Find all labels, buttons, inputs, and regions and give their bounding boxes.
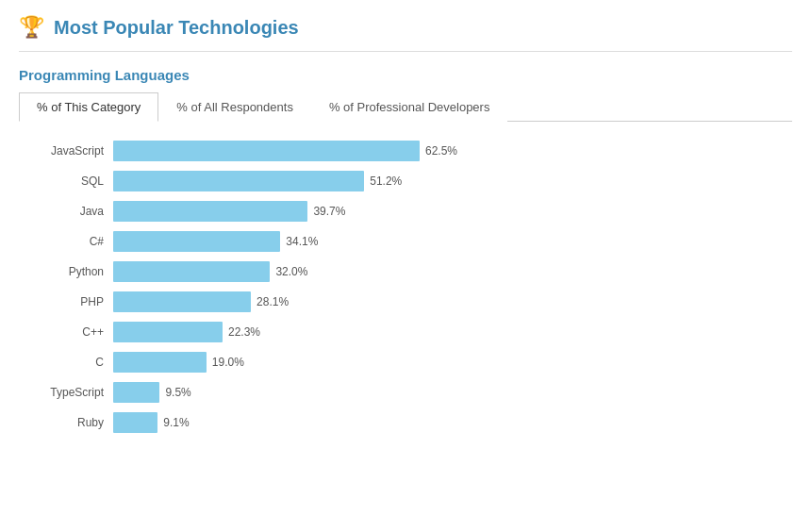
bar-value-label: 39.7% xyxy=(313,205,345,218)
bar-container: 32.0% xyxy=(113,261,792,282)
bar-row: C++22.3% xyxy=(28,322,792,342)
tab-category[interactable]: % of This Category xyxy=(19,92,158,122)
bar-container: 28.1% xyxy=(113,291,792,312)
trophy-icon: 🏆 xyxy=(19,15,44,40)
bar-value-label: 34.1% xyxy=(286,235,318,248)
bar-fill xyxy=(113,291,251,312)
bar-label: PHP xyxy=(28,295,113,308)
bar-label: C++ xyxy=(28,325,113,339)
bar-label: C xyxy=(28,356,113,369)
bar-row: C19.0% xyxy=(28,352,792,373)
bar-fill xyxy=(113,412,157,433)
bar-value-label: 51.2% xyxy=(370,175,402,188)
page-header: 🏆 Most Popular Technologies xyxy=(19,15,792,52)
bar-row: SQL51.2% xyxy=(28,171,792,191)
bar-container: 9.5% xyxy=(113,382,792,403)
bar-row: JavaScript62.5% xyxy=(28,141,792,161)
bar-label: TypeScript xyxy=(28,386,113,399)
bar-row: C#34.1% xyxy=(28,231,792,252)
tab-bar: % of This Category % of All Respondents … xyxy=(19,92,792,122)
page-title: Most Popular Technologies xyxy=(54,17,299,39)
tab-professional-developers[interactable]: % of Professional Developers xyxy=(311,92,508,122)
bar-fill xyxy=(113,261,270,282)
bar-label: Ruby xyxy=(28,416,113,429)
bar-container: 22.3% xyxy=(113,322,792,342)
bar-container: 19.0% xyxy=(113,352,792,373)
bar-fill xyxy=(113,382,159,403)
bar-row: Java39.7% xyxy=(28,201,792,222)
bar-row: Python32.0% xyxy=(28,261,792,282)
section-title: Programming Languages xyxy=(19,67,792,83)
bar-container: 9.1% xyxy=(113,412,792,433)
bar-container: 62.5% xyxy=(113,141,792,161)
bar-value-label: 9.5% xyxy=(165,386,190,399)
bar-value-label: 22.3% xyxy=(228,325,260,339)
bar-value-label: 9.1% xyxy=(163,416,189,429)
bar-label: Java xyxy=(28,205,113,218)
bar-fill xyxy=(113,201,307,222)
page-container: 🏆 Most Popular Technologies Programming … xyxy=(0,0,811,461)
bar-label: SQL xyxy=(28,175,113,188)
bar-fill xyxy=(113,231,280,252)
bar-container: 34.1% xyxy=(113,231,792,252)
bar-row: TypeScript9.5% xyxy=(28,382,792,403)
bar-row: Ruby9.1% xyxy=(28,412,792,433)
bar-row: PHP28.1% xyxy=(28,291,792,312)
bar-fill xyxy=(113,141,420,161)
bar-container: 39.7% xyxy=(113,201,792,222)
bar-container: 51.2% xyxy=(113,171,792,191)
bar-value-label: 62.5% xyxy=(425,144,457,158)
bar-label: JavaScript xyxy=(28,144,113,158)
bar-label: C# xyxy=(28,235,113,248)
tab-all-respondents[interactable]: % of All Respondents xyxy=(158,92,311,122)
bar-value-label: 32.0% xyxy=(275,265,307,278)
bar-value-label: 28.1% xyxy=(257,295,289,308)
bar-value-label: 19.0% xyxy=(212,356,244,369)
bar-fill xyxy=(113,322,223,342)
bar-fill xyxy=(113,352,207,373)
bar-label: Python xyxy=(28,265,113,278)
bar-chart: JavaScript62.5%SQL51.2%Java39.7%C#34.1%P… xyxy=(19,141,792,433)
bar-fill xyxy=(113,171,364,191)
